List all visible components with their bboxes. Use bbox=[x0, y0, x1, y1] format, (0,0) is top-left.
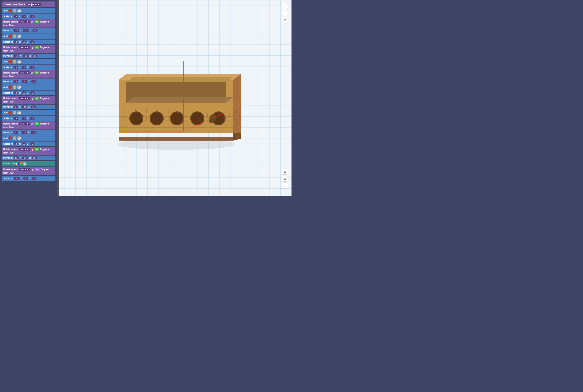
home-button[interactable]: ◎ bbox=[282, 17, 288, 23]
move-block-5[interactable]: Move: X:6 Y:-20 Z:15 bbox=[2, 130, 56, 135]
add-block-4[interactable]: Add bbox=[2, 84, 56, 90]
red-circle-1 bbox=[8, 9, 12, 12]
tan-circle-6 bbox=[13, 136, 16, 140]
red-circle-5 bbox=[8, 111, 12, 114]
move-block-6[interactable]: Move: X:12 Y:-20 Z:15 bbox=[2, 156, 56, 160]
axis-dropdown-2[interactable]: Axis x ▼ bbox=[19, 46, 30, 49]
fit-zoom-out-button[interactable]: ⊖ bbox=[282, 176, 288, 182]
add-block-2[interactable]: Add bbox=[2, 34, 56, 39]
fit-button[interactable]: ≡ bbox=[282, 183, 288, 188]
axis-dropdown-4[interactable]: Axis x ▼ bbox=[19, 97, 30, 100]
axis-dropdown-1[interactable]: Axis x ▼ bbox=[19, 20, 30, 23]
viewport-controls-bottom: ⊕ ⊖ ≡ bbox=[282, 169, 288, 188]
panel-divider[interactable]: ⋮ bbox=[57, 0, 59, 196]
axis-dropdown-5[interactable]: Axis x ▼ bbox=[19, 122, 30, 125]
red-circle-2 bbox=[8, 34, 12, 38]
tan-circle-5 bbox=[13, 111, 16, 114]
scale-block-1[interactable]: Scale: X:.3 Y:.3 Z:.2 bbox=[2, 14, 56, 19]
red-circle-6 bbox=[8, 136, 12, 140]
scale-block-2[interactable]: Scale: X:.3 Y:.3 Z:.2 bbox=[2, 40, 56, 44]
svg-point-58 bbox=[151, 112, 162, 124]
move-block-4[interactable]: Move: X:0 Y:-20 Z:15 bbox=[2, 104, 56, 109]
move-block-2[interactable]: Move: X:-12 Y:-20 Z:15 bbox=[2, 54, 56, 58]
create-new-object-label: Create New Object bbox=[4, 3, 25, 6]
scale-label-1: Scale: bbox=[3, 15, 10, 18]
stripe-circle-3 bbox=[17, 60, 21, 64]
building-svg bbox=[108, 46, 246, 154]
stripe-circle-1 bbox=[17, 9, 21, 12]
fit-zoom-in-button[interactable]: ⊕ bbox=[282, 169, 288, 174]
rotate-block-6[interactable]: Rotate around Axis x ▼ by 90 Degrees fro… bbox=[2, 147, 56, 155]
viewport-controls-top: + − ◎ bbox=[282, 3, 288, 23]
scale-block-5[interactable]: Scale: X:.3 Y:.3 Z:.2 bbox=[2, 116, 56, 121]
rotate-block-4[interactable]: Rotate around Axis x ▼ by 90 Degrees fro… bbox=[2, 96, 56, 104]
red-circle-4 bbox=[8, 85, 12, 89]
object-dropdown[interactable]: object4 ▼ bbox=[26, 2, 42, 6]
add-block-6[interactable]: Add bbox=[2, 136, 56, 141]
zoom-in-button[interactable]: + bbox=[282, 3, 288, 9]
svg-point-60 bbox=[171, 112, 183, 124]
object-name: object4 bbox=[28, 3, 37, 6]
red-circle-3 bbox=[8, 60, 12, 64]
stripe-circle-2 bbox=[17, 34, 21, 38]
tan-circle-1 bbox=[13, 9, 16, 12]
axis-dropdown-z[interactable]: Axis z ▼ bbox=[19, 168, 30, 171]
rotate-block-z[interactable]: Rotate around Axis z ▼ by -90 Degrees fr… bbox=[2, 167, 56, 175]
move-block-1[interactable]: Move: X:-18 Y:-20 Z:15 bbox=[2, 28, 56, 33]
stripe-circle-6 bbox=[17, 136, 21, 140]
add-block-3[interactable]: Add bbox=[2, 59, 56, 64]
left-panel: Create New Object object4 ▼ Add Scale: X… bbox=[0, 0, 57, 196]
rotate-block-1[interactable]: Rotate around Axis x ▼ by 90 Degrees fro… bbox=[2, 20, 56, 28]
scale-block-3[interactable]: Scale: X:.3 Y:.3 Z:.2 bbox=[2, 65, 56, 70]
svg-marker-52 bbox=[126, 97, 233, 103]
add-label-1: Add bbox=[3, 10, 8, 12]
create-group-block[interactable]: Create Group bbox=[2, 161, 56, 166]
scale-block-6[interactable]: Scale: X:.3 Y:.3 Z:.2 bbox=[2, 142, 56, 146]
stripe-circle-5 bbox=[17, 111, 21, 114]
stripe-circle-4 bbox=[17, 85, 21, 89]
building-3d bbox=[74, 15, 280, 185]
tan-circle-4 bbox=[13, 85, 16, 89]
tan-circle-2 bbox=[13, 34, 16, 38]
rainbow-circle bbox=[18, 162, 22, 166]
svg-point-62 bbox=[192, 112, 203, 124]
add-block-5[interactable]: Add bbox=[2, 110, 56, 116]
move-block-final[interactable]: Move: X:-20 Y:20 Z:0 bbox=[2, 176, 56, 181]
move-block-3[interactable]: Move: X:-6 Y:-20 Z:15 bbox=[2, 79, 56, 84]
svg-rect-46 bbox=[119, 104, 233, 109]
add-block-1[interactable]: Add bbox=[2, 8, 56, 14]
rotate-block-2[interactable]: Rotate around Axis x ▼ by 90 Degrees fro… bbox=[2, 45, 56, 53]
stripe-circle-group bbox=[23, 162, 26, 166]
svg-point-56 bbox=[130, 112, 142, 124]
svg-marker-1 bbox=[119, 137, 233, 140]
rotate-block-5[interactable]: Rotate around Axis x ▼ by 90 Degrees fro… bbox=[2, 121, 56, 130]
svg-marker-54 bbox=[126, 77, 233, 82]
axis-dropdown-3[interactable]: Axis x ▼ bbox=[19, 71, 30, 74]
tan-circle-3 bbox=[13, 60, 16, 64]
rotate-block-3[interactable]: Rotate around Axis x ▼ by 90 Degrees fro… bbox=[2, 70, 56, 78]
zoom-out-button[interactable]: − bbox=[282, 10, 288, 16]
dropdown-arrow-icon: ▼ bbox=[37, 3, 40, 6]
viewport[interactable]: + − ◎ ⊕ ⊖ ≡ bbox=[59, 0, 292, 196]
scale-block-4[interactable]: Scale: X:.3 Y:.3 Z:.2 bbox=[2, 90, 56, 95]
axis-dropdown-6[interactable]: Axis x ▼ bbox=[19, 148, 30, 151]
header-block[interactable]: Create New Object object4 ▼ bbox=[2, 2, 56, 7]
